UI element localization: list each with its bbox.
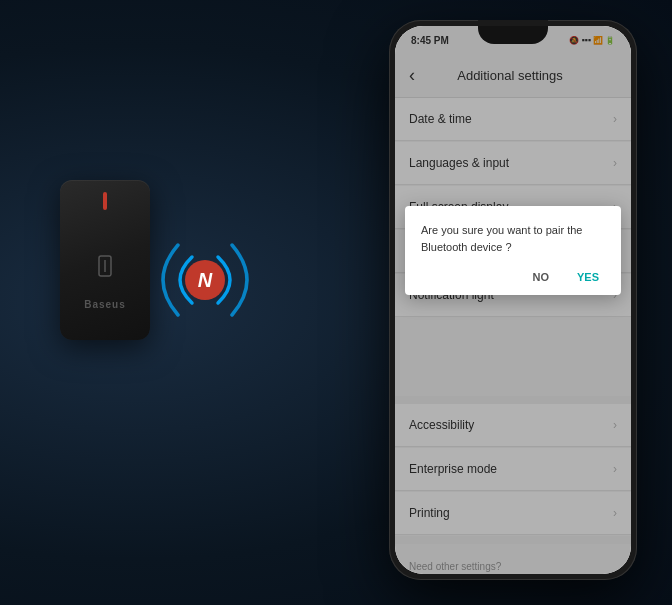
dialog-message: Are you sure you want to pair the Blueto… bbox=[421, 222, 605, 255]
phone-screen: 8:45 PM 🔕 ▪▪▪ 📶 🔋 ‹ Additional settings … bbox=[395, 26, 631, 574]
device-brand: Baseus bbox=[84, 299, 126, 310]
dialog-overlay: Are you sure you want to pair the Blueto… bbox=[395, 26, 631, 574]
dialog-buttons: NO YES bbox=[421, 267, 605, 287]
dialog-yes-button[interactable]: YES bbox=[571, 267, 605, 287]
nfc-waves: N bbox=[140, 215, 270, 345]
dialog-no-button[interactable]: NO bbox=[526, 267, 555, 287]
svg-text:N: N bbox=[198, 269, 213, 291]
dialog-box: Are you sure you want to pair the Blueto… bbox=[405, 206, 621, 295]
device-indicator bbox=[103, 192, 107, 210]
nfc-device: Baseus bbox=[60, 180, 150, 340]
phone: 8:45 PM 🔕 ▪▪▪ 📶 🔋 ‹ Additional settings … bbox=[389, 20, 637, 580]
device-nfc-icon bbox=[91, 252, 119, 285]
